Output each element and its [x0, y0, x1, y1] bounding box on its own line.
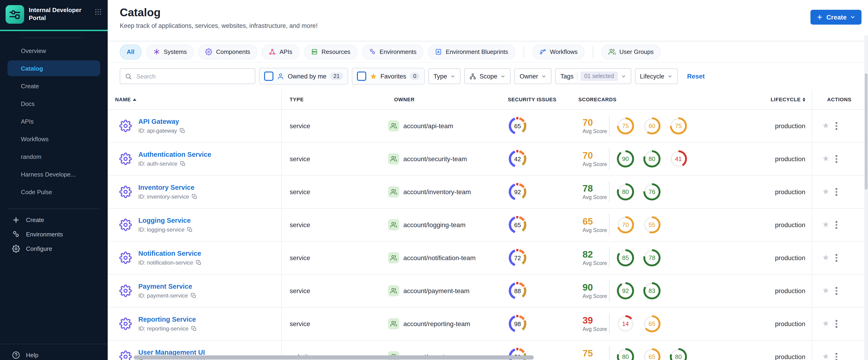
- sidebar-item-configure[interactable]: Configure: [0, 242, 108, 256]
- entity-id-text: ID: auth-service: [138, 160, 177, 167]
- vertical-scrollbar-thumb[interactable]: [865, 73, 868, 189]
- tab-environments[interactable]: Environments: [362, 44, 424, 59]
- entity-name-link[interactable]: Authentication Service: [138, 151, 211, 158]
- plus-icon: [817, 14, 823, 21]
- component-gear-icon: [119, 120, 132, 132]
- column-header-lifecycle[interactable]: LIFECYCLE: [769, 97, 805, 102]
- copy-icon[interactable]: [191, 326, 197, 331]
- kebab-menu-icon[interactable]: [834, 186, 839, 198]
- owner-name: account/logging-team: [403, 221, 466, 229]
- scorecards-divider: [609, 148, 610, 170]
- avg-score-label: Avg Score: [583, 129, 607, 134]
- security-issues-value: 42: [509, 150, 526, 168]
- tab-resources[interactable]: Resources: [304, 44, 357, 59]
- owned-by-me-filter[interactable]: Owned by me 21: [259, 68, 348, 85]
- tab-all[interactable]: All: [120, 44, 141, 59]
- sidebar-item-harness-develope[interactable]: Harness Develope...: [7, 166, 100, 182]
- sidebar-item-catalog[interactable]: Catalog: [7, 60, 100, 76]
- copy-icon[interactable]: [180, 161, 186, 167]
- vertical-scrollbar-track[interactable]: [864, 35, 868, 360]
- favorite-star-icon[interactable]: ★: [822, 155, 830, 163]
- scorecards-divider: [609, 181, 610, 203]
- tab-label: Systems: [164, 48, 187, 55]
- entity-id-text: ID: payment-service: [138, 292, 188, 299]
- reset-filters-link[interactable]: Reset: [687, 72, 705, 80]
- kebab-menu-icon[interactable]: [834, 318, 839, 330]
- scope-dropdown[interactable]: Scope: [464, 68, 511, 84]
- favorite-star-icon[interactable]: ★: [822, 353, 830, 360]
- lifecycle-dropdown[interactable]: Lifecycle: [635, 68, 678, 84]
- avg-score-label: Avg Score: [583, 228, 607, 233]
- column-header-owner: OWNER: [394, 97, 414, 102]
- favorite-star-icon[interactable]: ★: [822, 221, 830, 229]
- scorecard-ring: 80: [617, 348, 634, 360]
- type-dropdown[interactable]: Type: [428, 68, 461, 84]
- kebab-menu-icon[interactable]: [834, 120, 839, 132]
- copy-icon[interactable]: [192, 194, 197, 200]
- tab-user-groups[interactable]: User Groups: [602, 44, 660, 59]
- sidebar-nav: OverviewCatalogCreateDocsAPIsWorkflowsra…: [0, 41, 108, 200]
- sidebar-item-create[interactable]: Create: [0, 213, 108, 227]
- dropdown-separator: [577, 72, 577, 80]
- sidebar-item-random[interactable]: random: [7, 149, 100, 164]
- page-subtitle: Keep track of applications, services, we…: [120, 22, 868, 29]
- kebab-menu-icon[interactable]: [834, 351, 839, 360]
- copy-icon[interactable]: [180, 128, 185, 133]
- owner-dropdown[interactable]: Owner: [515, 68, 552, 84]
- tab-apis[interactable]: APIs: [262, 44, 299, 59]
- copy-icon[interactable]: [187, 227, 193, 233]
- sidebar-item-create[interactable]: Create: [7, 78, 100, 94]
- kebab-menu-icon[interactable]: [834, 252, 839, 264]
- scorecards-divider: [609, 313, 610, 334]
- owned-by-me-checkbox[interactable]: [264, 71, 273, 81]
- entity-name-link[interactable]: Notification Service: [138, 250, 202, 257]
- kebab-menu-icon[interactable]: [834, 153, 839, 165]
- entity-name-link[interactable]: Reporting Service: [138, 316, 197, 323]
- column-header-name[interactable]: NAME: [115, 97, 136, 102]
- sidebar-item-overview[interactable]: Overview: [7, 43, 100, 59]
- entity-name-link[interactable]: Inventory Service: [138, 184, 197, 191]
- entity-name-link[interactable]: User Management UI: [138, 349, 207, 356]
- sidebar-item-docs[interactable]: Docs: [7, 96, 100, 112]
- star-icon: [370, 73, 377, 80]
- favorites-count: 0: [410, 72, 420, 80]
- entity-name-link[interactable]: Logging Service: [138, 217, 193, 224]
- tab-systems[interactable]: Systems: [146, 44, 194, 59]
- favorites-checkbox[interactable]: [357, 71, 366, 81]
- kebab-menu-icon[interactable]: [834, 219, 839, 231]
- app-switcher-icon[interactable]: [94, 8, 102, 16]
- copy-icon[interactable]: [190, 293, 196, 298]
- create-button[interactable]: Create: [811, 10, 862, 25]
- search-input[interactable]: [135, 72, 250, 80]
- hexagons-icon: [12, 231, 20, 238]
- horizontal-scrollbar[interactable]: [134, 355, 534, 360]
- sidebar-divider: [7, 209, 100, 209]
- component-gear-icon: [119, 153, 132, 165]
- tags-dropdown[interactable]: Tags01 selected: [555, 68, 631, 84]
- page-title: Catalog: [120, 6, 868, 19]
- favorite-star-icon[interactable]: ★: [822, 287, 830, 295]
- tab-components[interactable]: Components: [198, 44, 257, 59]
- entity-name-link[interactable]: API Gateway: [138, 118, 185, 125]
- tab-workflows[interactable]: Workflows: [532, 44, 584, 59]
- entity-type: service: [290, 320, 310, 328]
- favorite-star-icon[interactable]: ★: [822, 253, 830, 262]
- favorite-star-icon[interactable]: ★: [822, 188, 830, 196]
- entity-id: ID: inventory-service: [138, 193, 197, 200]
- favorites-filter[interactable]: Favorites 0: [351, 68, 425, 85]
- favorite-star-icon[interactable]: ★: [822, 320, 830, 328]
- sidebar-item-workflows[interactable]: Workflows: [7, 131, 100, 147]
- entity-id: ID: logging-service: [138, 227, 193, 233]
- sidebar-item-apis[interactable]: APIs: [7, 113, 100, 129]
- sidebar-item-environments[interactable]: Environments: [0, 227, 108, 242]
- copy-icon[interactable]: [196, 260, 202, 266]
- kebab-menu-icon[interactable]: [834, 285, 839, 297]
- entity-name-link[interactable]: Payment Service: [138, 283, 196, 290]
- tab-environment-blueprints[interactable]: Environment Blueprints: [428, 44, 515, 59]
- scorecard-ring: 75: [670, 117, 687, 134]
- sidebar-item-help[interactable]: Help: [0, 344, 108, 360]
- scorecard-value: 80: [617, 348, 634, 360]
- scorecards-divider: [609, 214, 610, 236]
- favorite-star-icon[interactable]: ★: [822, 122, 830, 130]
- sidebar-item-code-pulse[interactable]: Code Pulse: [7, 184, 100, 200]
